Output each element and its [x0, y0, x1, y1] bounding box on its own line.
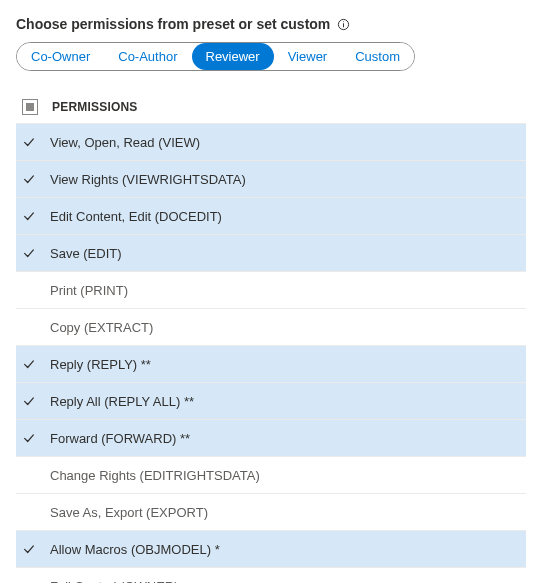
- permission-check-icon: [20, 172, 50, 186]
- permission-check-icon: [20, 394, 50, 408]
- permission-check-icon: [20, 431, 50, 445]
- permission-label: View Rights (VIEWRIGHTSDATA): [50, 172, 246, 187]
- permission-row[interactable]: Save (EDIT): [16, 235, 526, 272]
- permission-row[interactable]: Copy (EXTRACT): [16, 309, 526, 346]
- permission-label: Save As, Export (EXPORT): [50, 505, 208, 520]
- permissions-list: View, Open, Read (VIEW)View Rights (VIEW…: [16, 124, 526, 583]
- section-heading-row: Choose permissions from preset or set cu…: [16, 16, 526, 32]
- section-title: Choose permissions from preset or set cu…: [16, 16, 330, 32]
- permission-label: Print (PRINT): [50, 283, 128, 298]
- svg-point-2: [343, 21, 344, 22]
- preset-co-owner[interactable]: Co-Owner: [17, 43, 104, 70]
- preset-reviewer[interactable]: Reviewer: [192, 43, 274, 70]
- permission-check-icon: [20, 542, 50, 556]
- permission-check-icon: [20, 135, 50, 149]
- permission-label: Forward (FORWARD) **: [50, 431, 190, 446]
- permission-row[interactable]: View Rights (VIEWRIGHTSDATA): [16, 161, 526, 198]
- permission-label: Copy (EXTRACT): [50, 320, 153, 335]
- permission-row[interactable]: Reply (REPLY) **: [16, 346, 526, 383]
- select-all-indeterminate-icon: [26, 103, 34, 111]
- permission-label: Save (EDIT): [50, 246, 122, 261]
- preset-co-author[interactable]: Co-Author: [104, 43, 191, 70]
- info-icon[interactable]: [336, 17, 350, 31]
- permission-row[interactable]: Change Rights (EDITRIGHTSDATA): [16, 457, 526, 494]
- permission-row[interactable]: View, Open, Read (VIEW): [16, 124, 526, 161]
- permission-check-icon: [20, 357, 50, 371]
- permission-label: Edit Content, Edit (DOCEDIT): [50, 209, 222, 224]
- permission-label: Reply All (REPLY ALL) **: [50, 394, 194, 409]
- permission-row[interactable]: Print (PRINT): [16, 272, 526, 309]
- permission-row[interactable]: Allow Macros (OBJMODEL) *: [16, 531, 526, 568]
- permission-label: Reply (REPLY) **: [50, 357, 151, 372]
- permission-row[interactable]: Edit Content, Edit (DOCEDIT): [16, 198, 526, 235]
- permission-label: Allow Macros (OBJMODEL) *: [50, 542, 220, 557]
- preset-pill-group: Co-OwnerCo-AuthorReviewerViewerCustom: [16, 42, 415, 71]
- preset-custom[interactable]: Custom: [341, 43, 414, 70]
- permission-row[interactable]: Forward (FORWARD) **: [16, 420, 526, 457]
- permission-label: Change Rights (EDITRIGHTSDATA): [50, 468, 260, 483]
- permission-row[interactable]: Save As, Export (EXPORT): [16, 494, 526, 531]
- permission-check-icon: [20, 209, 50, 223]
- permission-row[interactable]: Reply All (REPLY ALL) **: [16, 383, 526, 420]
- select-all-checkbox[interactable]: [22, 99, 38, 115]
- permission-check-icon: [20, 246, 50, 260]
- permission-label: Full Control (OWNER): [50, 579, 179, 584]
- permissions-column-label: PERMISSIONS: [52, 100, 138, 114]
- permission-label: View, Open, Read (VIEW): [50, 135, 200, 150]
- preset-viewer[interactable]: Viewer: [274, 43, 342, 70]
- permission-row[interactable]: Full Control (OWNER): [16, 568, 526, 583]
- permissions-header-row: PERMISSIONS: [16, 91, 526, 124]
